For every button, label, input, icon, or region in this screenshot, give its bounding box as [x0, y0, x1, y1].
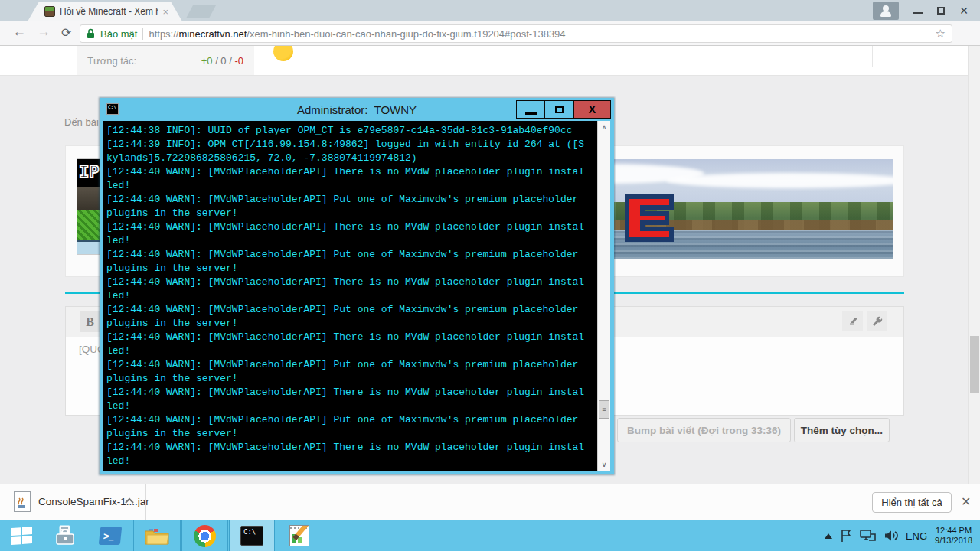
console-scrollbar[interactable]: ∧ ≡ ∨	[597, 121, 610, 471]
console-log-line: [12:44:38 INFO]: UUID of player OPM_CT i…	[106, 124, 596, 138]
console-log-line: [12:44:40 WARN]: [MVdWPlaceholderAPI] Th…	[106, 276, 596, 289]
server-logo-letter: E	[620, 193, 678, 243]
console-log-line: [12:44:40 WARN]: [MVdWPlaceholderAPI] Th…	[106, 331, 596, 344]
console-log-line: [12:44:40 WARN]: [MVdWPlaceholderAPI] Pu…	[106, 193, 596, 207]
site-favicon-icon	[44, 6, 55, 17]
clock[interactable]: 12:44 PM 9/13/2018	[935, 526, 972, 546]
wrench-icon	[871, 316, 883, 328]
console-minimize-button[interactable]	[516, 100, 545, 119]
server-manager-button[interactable]	[44, 520, 88, 551]
show-all-downloads-button[interactable]: Hiển thị tất cả	[872, 492, 952, 513]
console-log-line: [12:44:40 WARN]: [MVdWPlaceholderAPI] Th…	[106, 220, 596, 234]
interaction-stats: Tương tác: +0 / 0 / -0	[77, 46, 254, 75]
profile-icon[interactable]	[873, 2, 899, 20]
console-window-controls: X	[516, 100, 611, 119]
chevron-up-icon[interactable]	[124, 497, 135, 504]
console-scrollbar-thumb[interactable]: ≡	[599, 400, 609, 419]
console-log-line: plugins in the server!	[106, 207, 596, 220]
console-log-line: [12:44:40 WARN]: [MVdWPlaceholderAPI] Pu…	[106, 358, 596, 372]
console-log-line: [12:44:40 WARN]: [MVdWPlaceholderAPI] Pu…	[106, 248, 596, 262]
console-body[interactable]: [12:44:38 INFO]: UUID of player OPM_CT i…	[103, 121, 610, 471]
console-title-bar[interactable]: C:\ Administrator: TOWNY X	[100, 98, 614, 121]
clock-date: 9/13/2018	[935, 536, 972, 546]
console-log-line: led!	[106, 234, 596, 248]
jar-file-icon	[14, 491, 31, 512]
console-log-line: plugins in the server!	[106, 372, 596, 386]
console-maximize-button[interactable]	[545, 100, 574, 119]
new-tab-button[interactable]	[186, 5, 216, 18]
tab-close-icon[interactable]: ×	[162, 6, 168, 18]
console-log: [12:44:38 INFO]: UUID of player OPM_CT i…	[106, 124, 596, 471]
browser-maximize-button[interactable]	[929, 2, 952, 20]
notepad-button[interactable]	[276, 520, 322, 551]
speaker-icon[interactable]	[884, 530, 898, 542]
chrome-button[interactable]	[181, 520, 228, 551]
browser-tab-bar: Hỏi về Minecraft - Xem h × ✕	[0, 0, 980, 21]
close-icon: ✕	[959, 5, 969, 17]
back-icon[interactable]: ←	[12, 24, 26, 40]
browser-minimize-button[interactable]	[906, 2, 929, 20]
browser-close-button[interactable]: ✕	[952, 2, 975, 20]
scroll-up-icon[interactable]: ∧	[598, 121, 610, 133]
console-window: C:\ Administrator: TOWNY X [12:44:38 INF…	[100, 98, 614, 474]
notepad-icon	[289, 525, 309, 546]
lock-icon	[87, 28, 95, 39]
taskbar: > C:\ _	[0, 520, 980, 551]
language-indicator[interactable]: ENG	[906, 530, 927, 542]
bump-post-button[interactable]: Bump bài viết (Đợi trong 33:36)	[617, 418, 791, 442]
clock-time: 12:44 PM	[935, 526, 972, 536]
interaction-label: Tương tác:	[87, 55, 136, 67]
console-log-line: [12:44:40 WARN]: [MVdWPlaceholderAPI] Th…	[106, 165, 596, 179]
maximize-icon	[555, 106, 564, 113]
desktop: Hỏi về Minecraft - Xem h × ✕ ← → ⟳ Bảo m…	[0, 0, 980, 551]
editor-settings-button[interactable]	[867, 311, 887, 331]
interaction-values: +0 / 0 / -0	[201, 55, 243, 67]
start-button[interactable]	[0, 520, 44, 551]
console-log-line: plugins in the server!	[106, 427, 596, 441]
action-center-flag-icon[interactable]	[840, 529, 852, 543]
browser-window-controls: ✕	[873, 0, 980, 21]
interaction-neutral: / 0 /	[213, 55, 235, 67]
more-options-button[interactable]: Thêm tùy chọn...	[794, 418, 890, 442]
page-scrollbar-thumb[interactable]	[970, 336, 979, 393]
bookmark-star-icon[interactable]: ☆	[936, 27, 946, 41]
console-log-line: led!	[106, 399, 596, 413]
file-explorer-button[interactable]	[133, 520, 181, 551]
console-log-line: plugins in the server!	[106, 262, 596, 276]
page-scrollbar[interactable]	[968, 46, 980, 484]
remove-formatting-button[interactable]	[842, 311, 863, 331]
goto-post-link[interactable]: Đến bài	[64, 116, 99, 128]
system-tray: ENG 12:44 PM 9/13/2018	[825, 520, 972, 551]
cmd-button[interactable]: C:\ _	[229, 520, 275, 551]
url-divider	[142, 28, 143, 40]
scroll-down-icon[interactable]: ∨	[598, 458, 610, 471]
show-desktop-button[interactable]	[975, 520, 980, 551]
eraser-icon	[847, 316, 859, 327]
console-log-line: kylands]5.722986825806215, 72.0, -7.3880…	[106, 152, 596, 165]
windows-logo-icon	[11, 526, 33, 546]
file-explorer-icon	[145, 526, 169, 546]
cmd-icon: C:\ _	[240, 526, 263, 546]
console-log-line: led!	[106, 289, 596, 303]
console-log-line: led!	[106, 455, 596, 468]
bold-button[interactable]: B	[80, 311, 100, 332]
address-bar[interactable]: Bảo mật https://minecraftvn.net/xem-hinh…	[80, 24, 952, 43]
console-log-line: [12:44:40 WARN]: [MVdWPlaceholderAPI] Th…	[106, 386, 596, 399]
url-path: /xem-hinh-ben-duoi-can-cao-nhan-giup-do-…	[247, 28, 565, 40]
minimize-icon	[525, 112, 537, 115]
console-close-button[interactable]: X	[574, 100, 611, 119]
browser-tab[interactable]: Hỏi về Minecraft - Xem h ×	[28, 2, 182, 21]
network-icon[interactable]	[860, 530, 877, 542]
cmd-icon: C:\	[106, 103, 119, 115]
console-log-line: led!	[106, 344, 596, 358]
refresh-icon[interactable]: ⟳	[61, 25, 71, 40]
download-bar-divider	[145, 484, 146, 520]
console-log-line: [12:44:40 WARN]: [MVdWPlaceholderAPI] Th…	[106, 441, 596, 455]
smiley-emoji-icon	[273, 46, 293, 61]
forward-icon[interactable]: →	[37, 24, 51, 40]
powershell-icon: >	[99, 527, 122, 545]
download-bar: ConsoleSpamFix-1....jar Hiển thị tất cả …	[0, 484, 980, 520]
tray-expand-icon[interactable]	[825, 533, 832, 539]
powershell-button[interactable]: >	[88, 520, 132, 551]
download-bar-close-icon[interactable]: ✕	[961, 494, 971, 509]
